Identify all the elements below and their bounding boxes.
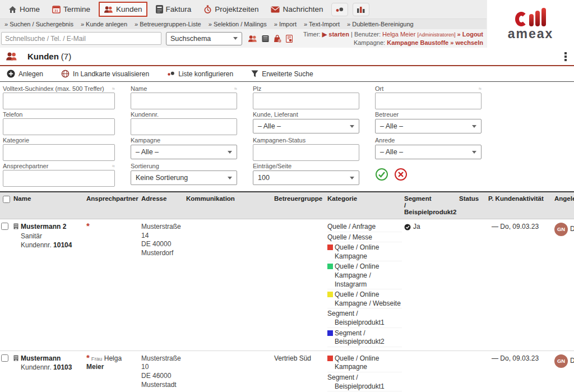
- card-index-button[interactable]: [262, 35, 269, 43]
- kundennr-label: Kundennr.: [131, 111, 159, 118]
- sort-mini-icon: ≈: [112, 163, 115, 169]
- page-title: Kunden: [27, 52, 59, 61]
- liste-konfigurieren-button[interactable]: Liste konfigurieren: [167, 70, 233, 78]
- crumb-text-import[interactable]: » Text-Import: [304, 21, 340, 27]
- kategorie-label: Kategorie: [3, 137, 29, 144]
- name-input[interactable]: [131, 93, 237, 109]
- betreuergruppe-cell: Vertrieb Süd: [273, 351, 326, 392]
- table-row-mustermann-2[interactable]: Mustermann 2 Sanitär Kundennr. 10104 * M…: [0, 219, 574, 351]
- nav-item-projektzeiten[interactable]: Projektzeiten: [200, 3, 262, 16]
- kunde-lieferant-select[interactable]: – Alle –: [253, 119, 359, 133]
- eintraege-select[interactable]: 100: [253, 170, 359, 185]
- category-item: Quelle / Anfrage: [327, 223, 402, 232]
- reset-search-button[interactable]: [394, 168, 408, 181]
- category-color-swatch: [327, 330, 333, 336]
- address: Musterstraße 10 DE 46000 Musterstadt: [140, 351, 185, 392]
- nav-item-termine[interactable]: 31 Termine: [48, 3, 94, 16]
- submit-search-button[interactable]: [375, 168, 388, 181]
- nav-item-nachrichten[interactable]: Nachrichten: [267, 3, 327, 16]
- sort-mini-icon: ≈: [234, 86, 237, 91]
- dots-toggle-button[interactable]: [331, 3, 348, 16]
- chevron-down-icon: [228, 151, 232, 154]
- nav-label-projektzeiten: Projektzeiten: [215, 5, 258, 13]
- category-item: Segment / Beispielprodukt2: [327, 329, 402, 347]
- crumb-kunde-anlegen[interactable]: » Kunde anlegen: [81, 21, 127, 27]
- sortierung-select[interactable]: Keine Sortierung: [131, 170, 237, 185]
- crumb-betreuergruppen[interactable]: » Betreuergruppen-Liste: [135, 21, 201, 27]
- kampagnen-status-label: Kampagnen-Status: [253, 137, 305, 144]
- nav-item-kunden[interactable]: Kunden: [99, 2, 147, 17]
- row-checkbox[interactable]: [1, 354, 8, 362]
- eintraege-value: 100: [258, 174, 270, 182]
- kampagnen-status-input[interactable]: [253, 144, 359, 161]
- created-date: Do: [570, 225, 574, 234]
- category-item: Quelle / Messe: [327, 233, 402, 243]
- landkarte-label: In Landkarte visualisieren: [73, 70, 149, 78]
- logout-link[interactable]: » Logout: [457, 31, 483, 38]
- category-item: Quelle / Online Kampagne / Webseite: [327, 290, 402, 308]
- building-icon: [13, 355, 18, 361]
- crumb-selektion[interactable]: » Selektion / Mailings: [209, 21, 267, 27]
- volltext-input[interactable]: [3, 93, 115, 109]
- nav-label-faktura: Faktura: [166, 5, 192, 13]
- kampagne-select[interactable]: – Alle –: [131, 145, 237, 159]
- plz-input[interactable]: [253, 93, 359, 109]
- kebab-menu-icon[interactable]: [563, 50, 568, 63]
- kunde-lieferant-label: Kunde, Lieferant: [253, 111, 298, 118]
- card-index-icon: [262, 35, 269, 43]
- add-order-button[interactable]: [274, 35, 281, 43]
- betreuer-value: – Alle –: [380, 122, 403, 130]
- invoice-terminal-icon: [156, 5, 163, 13]
- nav-item-faktura[interactable]: Faktura: [152, 3, 196, 16]
- company-name: Mustermann 2: [21, 223, 72, 232]
- timer-start-link[interactable]: starten: [328, 31, 349, 38]
- liste-label: Liste konfigurieren: [178, 70, 233, 78]
- add-contact-button[interactable]: [248, 35, 257, 43]
- kundennr-label: Kundennr.: [21, 241, 52, 249]
- anrede-select[interactable]: – Alle –: [375, 145, 482, 159]
- ort-label: Ort: [375, 85, 383, 92]
- erweiterte-suche-button[interactable]: Erweiterte Suche: [251, 70, 313, 78]
- check-circle-icon: [375, 168, 388, 181]
- volltext-label: Volltext-Suchindex (max. 500 Treffer): [3, 85, 104, 92]
- chevron-down-icon: [350, 125, 354, 128]
- col-betreuergruppe: Betreuergruppe: [273, 192, 326, 219]
- landkarte-button[interactable]: In Landkarte visualisieren: [61, 70, 149, 78]
- user-name[interactable]: Helga Meier: [382, 31, 415, 38]
- select-all-checkbox[interactable]: [3, 196, 10, 203]
- crumb-import[interactable]: » Import: [274, 21, 297, 27]
- kundennr-value: 10103: [53, 363, 72, 371]
- session-info: Timer: ▶ starten | Benutzer: Helga Meier…: [303, 30, 483, 47]
- ameax-crm-app: Home 31 Termine Kunden Faktura Projektze…: [0, 0, 574, 392]
- kategorie-input[interactable]: [3, 144, 115, 161]
- betreuer-select[interactable]: – Alle –: [375, 119, 482, 133]
- segment-value: Ja: [413, 223, 420, 232]
- anlegen-button[interactable]: Anlegen: [7, 70, 43, 78]
- ort-input[interactable]: [375, 93, 482, 109]
- nav-label-termine: Termine: [63, 5, 90, 13]
- erweiterte-suche-label: Erweiterte Suche: [262, 70, 313, 78]
- chevron-down-icon: [472, 125, 476, 128]
- quick-search-input[interactable]: [1, 32, 161, 45]
- chart-button[interactable]: [353, 3, 369, 16]
- table-row-mustermann[interactable]: Mustermann Kundennr. 10103 *Frau Helga M…: [0, 351, 574, 392]
- nav-item-home[interactable]: Home: [4, 3, 44, 16]
- kundennr-input[interactable]: [131, 118, 237, 135]
- kundennr-label: Kundennr.: [21, 363, 52, 371]
- brand-name: ameax: [508, 27, 554, 40]
- row-checkbox[interactable]: [1, 223, 8, 230]
- plus-circle-icon: [7, 70, 15, 78]
- crumb-dubletten[interactable]: » Dubletten-Bereinigung: [347, 21, 414, 27]
- kunde-lieferant-value: – Alle –: [258, 122, 281, 130]
- ansprechpartner-input[interactable]: [3, 170, 115, 187]
- invoice-doc-button[interactable]: [286, 35, 293, 43]
- crumb-suchen[interactable]: » Suchen / Suchergebnis: [4, 21, 73, 27]
- telefon-input[interactable]: [3, 118, 115, 135]
- status-cell: [458, 351, 487, 392]
- suchschema-select[interactable]: Suchschema: [166, 32, 242, 45]
- created-date: Do: [570, 357, 574, 366]
- bar-chart-icon: [357, 6, 365, 13]
- campaign-switch-link[interactable]: » wechseln: [450, 39, 483, 46]
- col-aktivitaet: P. Kundenaktivität: [487, 192, 553, 219]
- chevron-down-icon: [233, 37, 238, 40]
